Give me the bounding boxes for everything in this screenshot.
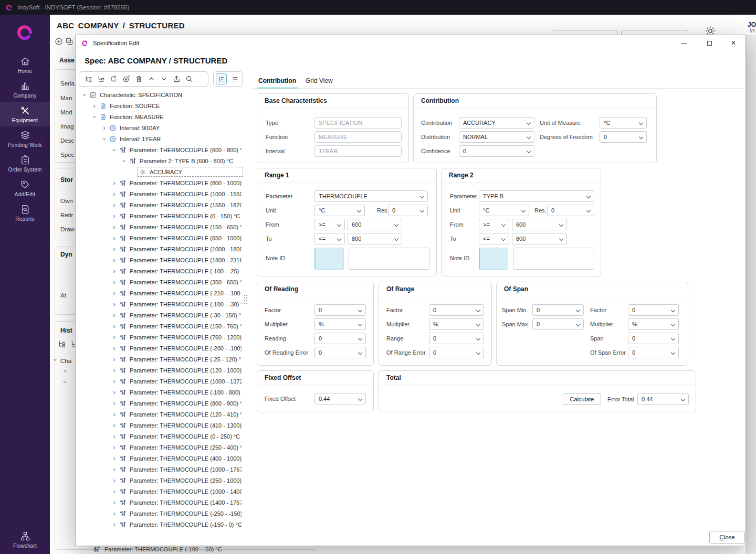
chevron-down-icon[interactable]: ›	[52, 359, 58, 361]
chevron-right-icon[interactable]: ›	[64, 368, 66, 374]
of-reading-factor-select[interactable]: 0	[314, 304, 366, 316]
tree-item[interactable]: ›Parameter: THERMOCOUPLE (1000 - 1767	[79, 464, 243, 475]
range1-from-value-select[interactable]: 600	[348, 219, 402, 230]
tree-item[interactable]: ›Parameter: THERMOCOUPLE (1000 - 1800	[79, 243, 243, 254]
tree-item[interactable]: ›Parameter: THERMOCOUPLE (150 - 650) °	[79, 221, 243, 232]
tree-item[interactable]: ACCURACY	[79, 166, 243, 177]
chevron-right-icon[interactable]: ›	[91, 102, 98, 110]
tree-item[interactable]: ›Parameter: THERMOCOUPLE (-100 - -25)	[79, 265, 243, 276]
close-button[interactable]: Close	[709, 531, 745, 544]
sidebar-item-reports[interactable]: Reports	[0, 200, 50, 225]
maximize-button[interactable]	[698, 36, 720, 50]
chevron-right-icon[interactable]: ›	[111, 323, 118, 330]
range2-res-select[interactable]: 0	[547, 205, 594, 216]
chevron-down-icon[interactable]: ›	[91, 113, 98, 120]
type-input[interactable]: SPECIFICATION	[314, 117, 402, 129]
chevron-right-icon[interactable]: ›	[111, 290, 118, 297]
confidence-select[interactable]: 0	[459, 145, 534, 157]
range1-note-id-input[interactable]	[314, 248, 344, 270]
minimize-button[interactable]	[673, 36, 695, 50]
of-reading-of-reading-error-select[interactable]: 0	[314, 347, 366, 358]
expand-tree-icon[interactable]	[58, 340, 66, 348]
tree-item[interactable]: ›Parameter: THERMOCOUPLE (0 - 250) °C	[79, 431, 243, 442]
tree-item[interactable]: ›Parameter: THERMOCOUPLE (350 - 650) °	[79, 276, 243, 287]
of-span-of-span-error-select[interactable]: 0	[628, 347, 679, 358]
tree-item[interactable]: ›Function: MEASURE	[79, 111, 243, 122]
chevron-down-icon[interactable]: ›	[101, 135, 108, 142]
chevron-right-icon[interactable]: ›	[111, 422, 118, 429]
chevron-right-icon[interactable]: ›	[111, 201, 118, 209]
degrees-of-freedom-select[interactable]: 0	[600, 131, 647, 143]
chevron-right-icon[interactable]: ›	[111, 246, 118, 253]
chevron-right-icon[interactable]: ›	[111, 477, 118, 484]
of-span-span-min-select[interactable]: 0	[532, 304, 584, 316]
tree-item[interactable]: ›Parameter: THERMOCOUPLE (1550 - 1820	[79, 199, 243, 210]
sidebar-item-company[interactable]: Company	[0, 77, 50, 102]
delete-button[interactable]	[134, 74, 143, 83]
of-range-of-range-error-select[interactable]: 0	[429, 347, 484, 358]
refresh-button[interactable]	[109, 74, 118, 83]
of-span-span-select[interactable]: 0	[628, 333, 679, 344]
sidebar-item-order-system[interactable]: Order System	[0, 151, 50, 176]
range1-to-value-select[interactable]: 800	[348, 233, 402, 244]
tree-item[interactable]: ›Characteristic: SPECIFICATION	[79, 89, 243, 100]
tree-item[interactable]: ›Parameter: THERMOCOUPLE (600 - 800) °C	[79, 144, 243, 155]
tree-item[interactable]: ›Parameter: THERMOCOUPLE (-210 - -100	[79, 287, 243, 299]
sidebar-item-add-edit[interactable]: Add/Edit	[0, 176, 50, 200]
chevron-right-icon[interactable]: ›	[111, 257, 118, 264]
tree-item[interactable]: ›Parameter: THERMOCOUPLE (0 - 150) °C	[79, 210, 243, 221]
chevron-right-icon[interactable]: ›	[111, 400, 118, 407]
tree-item[interactable]: ›Parameter: THERMOCOUPLE (150 - 760) °	[79, 321, 243, 332]
tree-item[interactable]: ›Function: SOURCE	[79, 100, 243, 111]
window-scrollbar[interactable]	[746, 35, 756, 554]
tree-item[interactable]: ›Parameter: THERMOCOUPLE (400 - 1000)	[79, 453, 243, 464]
move-up-button[interactable]	[147, 74, 156, 83]
collapse-tree-button[interactable]	[97, 74, 106, 83]
chevron-right-icon[interactable]: ›	[111, 190, 118, 198]
chevron-right-icon[interactable]: ›	[111, 466, 118, 473]
chevron-right-icon[interactable]: ›	[111, 268, 118, 275]
distribution-select[interactable]: NORMAL	[459, 131, 534, 143]
range2-unit-select[interactable]: °C	[479, 205, 529, 216]
chevron-right-icon[interactable]: ›	[111, 345, 118, 352]
move-down-button[interactable]	[160, 74, 169, 83]
close-window-button[interactable]: ×	[722, 36, 744, 50]
of-span-factor-select[interactable]: 0	[628, 304, 679, 316]
chevron-down-icon[interactable]: ›	[81, 91, 88, 98]
of-reading-reading-select[interactable]: 0	[314, 333, 366, 344]
error-total-select[interactable]: 0.44	[637, 393, 689, 405]
tree-item[interactable]: ›Parameter: THERMOCOUPLE (650 - 1000)	[79, 232, 243, 243]
sidebar-item-home[interactable]: Home	[0, 52, 50, 77]
range2-note-id-input[interactable]	[479, 248, 508, 270]
tree-item[interactable]: ›Parameter: THERMOCOUPLE (1000 - 1550	[79, 188, 243, 199]
chevron-right-icon[interactable]: ›	[111, 411, 118, 418]
chevron-right-icon[interactable]: ›	[111, 455, 118, 462]
background-tab-assets[interactable]: Asse	[59, 57, 75, 64]
export-button[interactable]	[172, 74, 181, 83]
tree-item[interactable]: ›Parameter: THERMOCOUPLE (120 - 1000)	[79, 365, 243, 376]
tree-item[interactable]: ›Parameter: THERMOCOUPLE (1000 - 1372	[79, 376, 243, 387]
tree-item[interactable]: ›Parameter: THERMOCOUPLE (-200 - -100)	[79, 343, 243, 354]
range2-to-value-select[interactable]: 800	[512, 233, 567, 244]
chevron-right-icon[interactable]: ›	[111, 488, 118, 495]
tree-item[interactable]: ›Parameter: THERMOCOUPLE (1000 - 1400	[79, 486, 243, 497]
tree-item[interactable]: ›Parameter: THERMOCOUPLE (-30 - 150) °	[79, 310, 243, 321]
chevron-right-icon[interactable]: ›	[111, 212, 118, 220]
detail-view-button[interactable]	[229, 73, 240, 84]
chevron-right-icon[interactable]: ›	[111, 312, 118, 319]
chevron-right-icon[interactable]: ›	[111, 521, 118, 528]
sidebar-item-flowchart[interactable]: Flowchart	[0, 527, 50, 552]
of-span-multiplier-select[interactable]: %	[628, 318, 679, 330]
tree-item[interactable]: ›Parameter: THERMOCOUPLE (760 - 1200)	[79, 332, 243, 343]
of-span-span-max-select[interactable]: 0	[532, 318, 584, 330]
outline-view-button[interactable]	[216, 73, 227, 84]
range1-unit-select[interactable]: °C	[314, 205, 365, 216]
range2-from-value-select[interactable]: 600	[512, 219, 567, 230]
of-range-factor-select[interactable]: 0	[429, 304, 484, 316]
range1-from-operator-select[interactable]: >=	[314, 219, 345, 230]
chevron-right-icon[interactable]: ›	[111, 235, 118, 242]
range1-res-select[interactable]: 0	[388, 205, 428, 216]
interval-input[interactable]: 1YEAR	[314, 145, 402, 157]
chevron-right-icon[interactable]: ›	[111, 444, 118, 451]
tree-item[interactable]: ›Parameter: THERMOCOUPLE (-100 - -30) °	[79, 299, 243, 310]
